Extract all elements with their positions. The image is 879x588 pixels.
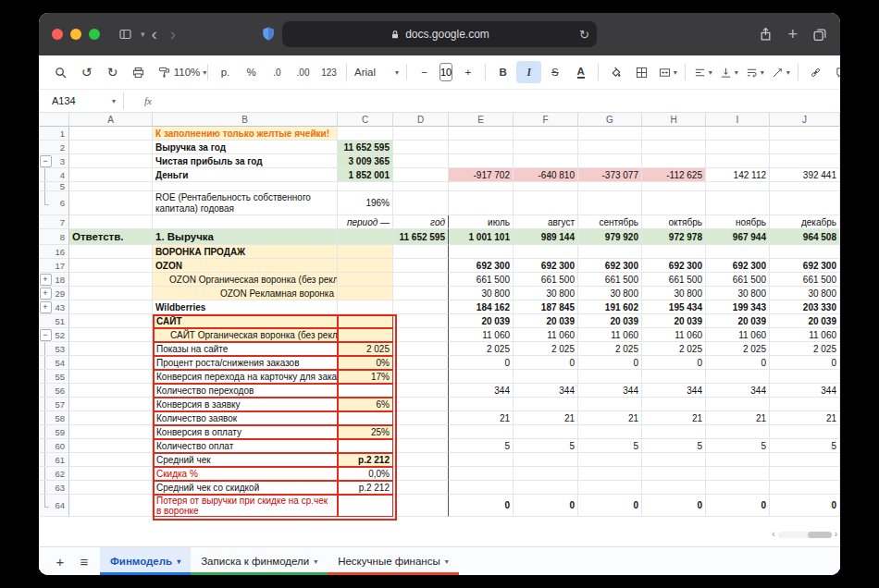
- chevron-down-icon[interactable]: ▾: [177, 557, 180, 566]
- cell-A6[interactable]: [69, 191, 153, 215]
- cell-J17[interactable]: 692 300: [770, 259, 840, 273]
- expand-group-button[interactable]: +: [39, 273, 52, 286]
- cell-I55[interactable]: [706, 370, 770, 384]
- cell-A52[interactable]: [69, 328, 153, 342]
- cell-E61[interactable]: [449, 453, 514, 467]
- cell-G53[interactable]: 2 025: [578, 342, 642, 356]
- cell-I58[interactable]: 21: [706, 411, 770, 425]
- cell-C54[interactable]: 0%: [338, 356, 393, 370]
- cell-J29[interactable]: 30 800: [770, 287, 840, 300]
- cell-H57[interactable]: [642, 398, 706, 411]
- cell-F8[interactable]: 989 144: [514, 229, 578, 245]
- cell-B1[interactable]: К заполнению только желтые ячейки!: [153, 127, 338, 141]
- cell-E64[interactable]: 0: [449, 495, 514, 517]
- cell-J51[interactable]: 20 039: [770, 314, 840, 328]
- cell-D63[interactable]: [393, 481, 449, 495]
- cell-E56[interactable]: 344: [449, 384, 514, 398]
- cell-A43[interactable]: [69, 300, 153, 314]
- chevron-down-icon[interactable]: ▾: [314, 557, 317, 566]
- cell-J53[interactable]: 2 025: [770, 342, 840, 356]
- cell-C59[interactable]: 25%: [338, 425, 393, 439]
- new-tab-button[interactable]: +: [787, 25, 798, 44]
- cell-A55[interactable]: [69, 370, 153, 384]
- cell-H54[interactable]: 0: [642, 356, 706, 370]
- chevron-down-icon[interactable]: ▾: [445, 557, 449, 566]
- cell-F60[interactable]: 5: [514, 439, 578, 453]
- forward-button[interactable]: ›: [170, 24, 176, 44]
- redo-icon[interactable]: ↻: [100, 61, 125, 83]
- cell-A2[interactable]: [69, 141, 153, 154]
- cell-F56[interactable]: 344: [514, 384, 578, 398]
- cell-G58[interactable]: 21: [578, 411, 642, 425]
- cell-B43[interactable]: Wildberries: [153, 300, 338, 314]
- row-number[interactable]: 63: [52, 481, 68, 494]
- row-number[interactable]: 57: [52, 398, 68, 410]
- cell-B2[interactable]: Выручка за год: [153, 141, 338, 154]
- cell-B55[interactable]: Конверсия перехода на карточку для заказ…: [153, 370, 338, 384]
- cell-I54[interactable]: 0: [706, 356, 770, 370]
- cell-F29[interactable]: 30 800: [514, 287, 578, 300]
- row-number[interactable]: 29: [52, 287, 68, 300]
- cell-H56[interactable]: 344: [642, 384, 706, 398]
- cell-G7[interactable]: сентябрь: [578, 215, 642, 229]
- cell-I4[interactable]: 142 112: [706, 168, 770, 182]
- row-number[interactable]: 58: [52, 411, 68, 424]
- cell-F7[interactable]: август: [514, 215, 578, 229]
- column-header-J[interactable]: J: [770, 113, 840, 127]
- column-header-F[interactable]: F: [514, 113, 578, 127]
- undo-icon[interactable]: ↺: [74, 61, 99, 83]
- cell-E53[interactable]: 2 025: [449, 342, 514, 356]
- row-number[interactable]: 54: [52, 356, 68, 369]
- address-bar[interactable]: docs.google.com ↻: [282, 21, 597, 47]
- cell-A54[interactable]: [69, 356, 153, 370]
- cell-A64[interactable]: [69, 495, 153, 517]
- sidebar-icon[interactable]: [118, 28, 132, 41]
- cell-J57[interactable]: [770, 398, 840, 411]
- cell-A61[interactable]: [69, 453, 153, 467]
- cell-B16[interactable]: ВОРОНКА ПРОДАЖ: [153, 245, 338, 259]
- cell-G55[interactable]: [578, 370, 642, 384]
- cell-B6[interactable]: ROE (Рентабельность собственного капитал…: [153, 191, 338, 215]
- cell-D56[interactable]: [393, 384, 449, 398]
- cell-D7[interactable]: год: [393, 215, 449, 229]
- minimize-button[interactable]: [70, 29, 81, 40]
- cell-H5[interactable]: [642, 182, 706, 191]
- cell-J5[interactable]: [770, 182, 840, 191]
- cell-B7[interactable]: [153, 215, 338, 229]
- cell-D51[interactable]: [393, 314, 449, 328]
- cell-A62[interactable]: [69, 467, 153, 481]
- cell-J54[interactable]: 0: [770, 356, 840, 370]
- cell-C53[interactable]: 2 025: [338, 342, 393, 356]
- cell-A59[interactable]: [69, 425, 153, 439]
- cell-C17[interactable]: [338, 259, 393, 273]
- cell-A7[interactable]: [69, 215, 153, 229]
- fill-color-icon[interactable]: [603, 61, 628, 83]
- cell-H61[interactable]: [642, 453, 706, 467]
- cell-I62[interactable]: [706, 467, 770, 481]
- cell-E8[interactable]: 1 001 101: [449, 229, 514, 245]
- cell-E4[interactable]: -917 702: [449, 168, 514, 182]
- cell-H1[interactable]: [642, 127, 706, 141]
- cell-A53[interactable]: [69, 342, 153, 356]
- cell-I52[interactable]: 11 060: [706, 328, 770, 342]
- cell-F54[interactable]: 0: [514, 356, 578, 370]
- cell-D3[interactable]: [393, 154, 449, 168]
- column-header-H[interactable]: H: [642, 113, 706, 127]
- cell-H18[interactable]: 661 500: [642, 273, 706, 287]
- cell-F1[interactable]: [514, 127, 578, 141]
- cell-J3[interactable]: [770, 154, 840, 168]
- column-header-C[interactable]: C: [338, 113, 393, 127]
- text-wrap-icon[interactable]: ▾: [742, 61, 767, 83]
- row-number[interactable]: 55: [52, 370, 68, 383]
- cell-I3[interactable]: [706, 154, 770, 168]
- text-color-button[interactable]: A: [568, 61, 593, 83]
- text-rotate-icon[interactable]: ▾: [768, 61, 793, 83]
- cell-B8[interactable]: 1. Выручка: [153, 229, 338, 245]
- cell-I8[interactable]: 967 944: [706, 229, 770, 245]
- cell-J18[interactable]: 661 500: [770, 273, 840, 287]
- cell-H64[interactable]: 0: [642, 495, 706, 517]
- cell-J58[interactable]: 21: [770, 411, 840, 425]
- search-icon[interactable]: [48, 61, 73, 83]
- cell-G57[interactable]: [578, 398, 642, 411]
- cell-J8[interactable]: 964 508: [770, 229, 840, 245]
